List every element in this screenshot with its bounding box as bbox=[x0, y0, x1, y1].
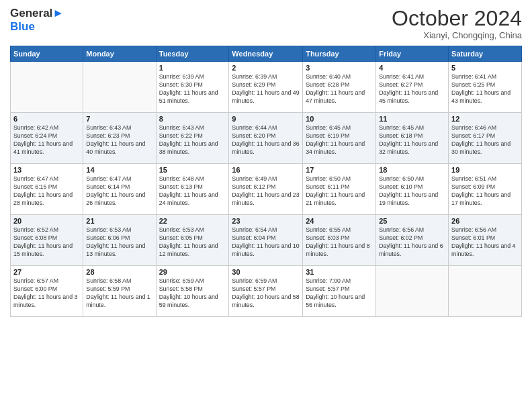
day-info: Sunrise: 6:39 AM Sunset: 6:29 PM Dayligh… bbox=[232, 73, 300, 105]
day-number: 20 bbox=[13, 217, 80, 225]
calendar-cell: 11Sunrise: 6:45 AM Sunset: 6:18 PM Dayli… bbox=[376, 113, 449, 164]
calendar-cell: 9Sunrise: 6:44 AM Sunset: 6:20 PM Daylig… bbox=[229, 113, 303, 164]
logo-line1: General► bbox=[10, 7, 64, 20]
day-number: 10 bbox=[306, 115, 373, 123]
calendar-cell: 31Sunrise: 7:00 AM Sunset: 5:57 PM Dayli… bbox=[303, 266, 376, 317]
calendar-cell: 18Sunrise: 6:50 AM Sunset: 6:10 PM Dayli… bbox=[376, 164, 449, 215]
col-saturday: Saturday bbox=[449, 46, 522, 62]
calendar-cell: 4Sunrise: 6:41 AM Sunset: 6:27 PM Daylig… bbox=[376, 62, 449, 113]
day-number: 2 bbox=[232, 64, 300, 72]
day-number: 23 bbox=[232, 217, 300, 225]
calendar-cell: 20Sunrise: 6:52 AM Sunset: 6:08 PM Dayli… bbox=[11, 215, 83, 266]
calendar-cell bbox=[376, 266, 449, 317]
day-info: Sunrise: 6:45 AM Sunset: 6:19 PM Dayligh… bbox=[306, 124, 373, 156]
day-info: Sunrise: 6:42 AM Sunset: 6:24 PM Dayligh… bbox=[13, 124, 80, 156]
calendar-week-row: 20Sunrise: 6:52 AM Sunset: 6:08 PM Dayli… bbox=[11, 215, 522, 266]
col-wednesday: Wednesday bbox=[229, 46, 303, 62]
logo: General► Blue bbox=[10, 7, 64, 33]
header: General► Blue October 2024 Xianyi, Chong… bbox=[10, 7, 522, 40]
day-info: Sunrise: 6:40 AM Sunset: 6:28 PM Dayligh… bbox=[306, 73, 373, 105]
day-number: 19 bbox=[451, 166, 519, 174]
calendar-cell: 24Sunrise: 6:55 AM Sunset: 6:03 PM Dayli… bbox=[303, 215, 376, 266]
day-info: Sunrise: 6:49 AM Sunset: 6:12 PM Dayligh… bbox=[232, 175, 300, 208]
day-number: 14 bbox=[86, 166, 152, 174]
logo-line2: Blue bbox=[10, 20, 64, 34]
calendar-cell: 7Sunrise: 6:43 AM Sunset: 6:23 PM Daylig… bbox=[83, 113, 156, 164]
day-info: Sunrise: 6:43 AM Sunset: 6:22 PM Dayligh… bbox=[159, 124, 226, 156]
day-number: 15 bbox=[159, 166, 226, 174]
day-info: Sunrise: 7:00 AM Sunset: 5:57 PM Dayligh… bbox=[306, 277, 373, 310]
calendar-cell: 28Sunrise: 6:58 AM Sunset: 5:59 PM Dayli… bbox=[83, 266, 156, 317]
day-info: Sunrise: 6:54 AM Sunset: 6:04 PM Dayligh… bbox=[232, 226, 300, 259]
calendar-cell: 10Sunrise: 6:45 AM Sunset: 6:19 PM Dayli… bbox=[303, 113, 376, 164]
day-info: Sunrise: 6:56 AM Sunset: 6:02 PM Dayligh… bbox=[379, 226, 445, 259]
calendar: Sunday Monday Tuesday Wednesday Thursday… bbox=[10, 46, 522, 317]
day-number: 16 bbox=[232, 166, 300, 174]
day-info: Sunrise: 6:50 AM Sunset: 6:10 PM Dayligh… bbox=[379, 175, 445, 208]
day-info: Sunrise: 6:41 AM Sunset: 6:25 PM Dayligh… bbox=[451, 73, 519, 105]
day-number: 7 bbox=[86, 115, 152, 123]
day-info: Sunrise: 6:55 AM Sunset: 6:03 PM Dayligh… bbox=[306, 226, 373, 259]
calendar-header-row: Sunday Monday Tuesday Wednesday Thursday… bbox=[11, 46, 522, 62]
calendar-cell: 21Sunrise: 6:53 AM Sunset: 6:06 PM Dayli… bbox=[83, 215, 156, 266]
day-number: 8 bbox=[159, 115, 226, 123]
calendar-cell: 2Sunrise: 6:39 AM Sunset: 6:29 PM Daylig… bbox=[229, 62, 303, 113]
day-info: Sunrise: 6:39 AM Sunset: 6:30 PM Dayligh… bbox=[159, 73, 226, 105]
day-info: Sunrise: 6:59 AM Sunset: 5:57 PM Dayligh… bbox=[232, 277, 300, 310]
day-info: Sunrise: 6:53 AM Sunset: 6:06 PM Dayligh… bbox=[86, 226, 152, 259]
day-number: 29 bbox=[159, 268, 226, 276]
calendar-week-row: 1Sunrise: 6:39 AM Sunset: 6:30 PM Daylig… bbox=[11, 62, 522, 113]
calendar-cell bbox=[11, 62, 83, 113]
location-subtitle: Xianyi, Chongqing, China bbox=[392, 30, 522, 40]
day-number: 18 bbox=[379, 166, 445, 174]
day-info: Sunrise: 6:57 AM Sunset: 6:00 PM Dayligh… bbox=[13, 277, 80, 310]
day-info: Sunrise: 6:41 AM Sunset: 6:27 PM Dayligh… bbox=[379, 73, 445, 105]
calendar-cell: 30Sunrise: 6:59 AM Sunset: 5:57 PM Dayli… bbox=[229, 266, 303, 317]
page: General► Blue October 2024 Xianyi, Chong… bbox=[0, 0, 532, 411]
day-number: 1 bbox=[159, 64, 226, 72]
day-number: 31 bbox=[306, 268, 373, 276]
calendar-cell: 27Sunrise: 6:57 AM Sunset: 6:00 PM Dayli… bbox=[11, 266, 83, 317]
day-info: Sunrise: 6:58 AM Sunset: 5:59 PM Dayligh… bbox=[86, 277, 152, 310]
day-number: 6 bbox=[13, 115, 80, 123]
col-thursday: Thursday bbox=[303, 46, 376, 62]
day-info: Sunrise: 6:47 AM Sunset: 6:14 PM Dayligh… bbox=[86, 175, 152, 208]
day-number: 27 bbox=[13, 268, 80, 276]
day-number: 5 bbox=[451, 64, 519, 72]
calendar-cell: 3Sunrise: 6:40 AM Sunset: 6:28 PM Daylig… bbox=[303, 62, 376, 113]
calendar-cell: 26Sunrise: 6:56 AM Sunset: 6:01 PM Dayli… bbox=[449, 215, 522, 266]
day-number: 11 bbox=[379, 115, 445, 123]
calendar-cell: 25Sunrise: 6:56 AM Sunset: 6:02 PM Dayli… bbox=[376, 215, 449, 266]
day-number: 30 bbox=[232, 268, 300, 276]
day-info: Sunrise: 6:59 AM Sunset: 5:58 PM Dayligh… bbox=[159, 277, 226, 310]
day-info: Sunrise: 6:52 AM Sunset: 6:08 PM Dayligh… bbox=[13, 226, 80, 259]
day-info: Sunrise: 6:46 AM Sunset: 6:17 PM Dayligh… bbox=[451, 124, 519, 156]
col-sunday: Sunday bbox=[11, 46, 83, 62]
day-number: 24 bbox=[306, 217, 373, 225]
day-number: 26 bbox=[451, 217, 519, 225]
day-number: 25 bbox=[379, 217, 445, 225]
day-number: 3 bbox=[306, 64, 373, 72]
col-tuesday: Tuesday bbox=[156, 46, 229, 62]
calendar-cell: 14Sunrise: 6:47 AM Sunset: 6:14 PM Dayli… bbox=[83, 164, 156, 215]
month-title: October 2024 bbox=[392, 7, 522, 30]
calendar-cell: 6Sunrise: 6:42 AM Sunset: 6:24 PM Daylig… bbox=[11, 113, 83, 164]
calendar-cell: 23Sunrise: 6:54 AM Sunset: 6:04 PM Dayli… bbox=[229, 215, 303, 266]
calendar-cell: 5Sunrise: 6:41 AM Sunset: 6:25 PM Daylig… bbox=[449, 62, 522, 113]
calendar-cell: 1Sunrise: 6:39 AM Sunset: 6:30 PM Daylig… bbox=[156, 62, 229, 113]
calendar-cell: 19Sunrise: 6:51 AM Sunset: 6:09 PM Dayli… bbox=[449, 164, 522, 215]
day-info: Sunrise: 6:45 AM Sunset: 6:18 PM Dayligh… bbox=[379, 124, 445, 156]
calendar-cell bbox=[83, 62, 156, 113]
calendar-cell: 29Sunrise: 6:59 AM Sunset: 5:58 PM Dayli… bbox=[156, 266, 229, 317]
day-number: 21 bbox=[86, 217, 152, 225]
day-number: 9 bbox=[232, 115, 300, 123]
day-info: Sunrise: 6:51 AM Sunset: 6:09 PM Dayligh… bbox=[451, 175, 519, 208]
col-monday: Monday bbox=[83, 46, 156, 62]
day-number: 17 bbox=[306, 166, 373, 174]
col-friday: Friday bbox=[376, 46, 449, 62]
day-number: 13 bbox=[13, 166, 80, 174]
calendar-cell: 17Sunrise: 6:50 AM Sunset: 6:11 PM Dayli… bbox=[303, 164, 376, 215]
calendar-cell: 15Sunrise: 6:48 AM Sunset: 6:13 PM Dayli… bbox=[156, 164, 229, 215]
calendar-week-row: 13Sunrise: 6:47 AM Sunset: 6:15 PM Dayli… bbox=[11, 164, 522, 215]
day-number: 12 bbox=[451, 115, 519, 123]
